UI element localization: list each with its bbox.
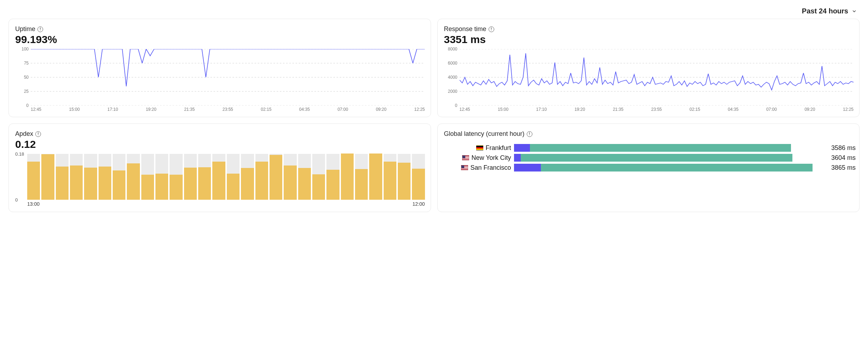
apdex-bar (155, 174, 168, 200)
apdex-bar-col (369, 154, 382, 200)
apdex-bar (27, 162, 40, 200)
latency-title: Global latency (current hour) (444, 130, 525, 138)
apdex-bar (70, 166, 83, 200)
apdex-x-left: 13:00 (27, 201, 40, 207)
x-tick-label: 07:00 (766, 107, 777, 112)
apdex-y-bottom: 0 (15, 197, 18, 203)
x-tick-label: 19:20 (146, 107, 157, 112)
apdex-bar (255, 162, 268, 200)
response-title: Response time (444, 25, 486, 33)
apdex-bar-col (398, 154, 411, 200)
apdex-bar (212, 162, 225, 200)
apdex-bar (227, 174, 240, 200)
x-tick-label: 12:25 (843, 107, 854, 112)
apdex-bar (56, 167, 69, 200)
x-tick-label: 07:00 (337, 107, 348, 112)
apdex-bar-col (270, 154, 282, 200)
latency-value: 3604 ms (826, 154, 856, 162)
apdex-bar (84, 168, 97, 200)
y-tick-label: 8000 (448, 47, 457, 52)
apdex-bar (270, 155, 282, 200)
apdex-bar (326, 170, 339, 200)
x-tick-label: 04:35 (299, 107, 310, 112)
apdex-bar (312, 174, 325, 200)
latency-row: Frankfurt3586 ms (444, 144, 856, 152)
apdex-bar (184, 168, 197, 200)
apdex-bar-col (241, 154, 254, 200)
apdex-bar-col (355, 154, 368, 200)
info-icon[interactable] (527, 131, 532, 137)
apdex-chart: 0.18 0 (27, 154, 425, 200)
time-range-label: Past 24 hours (802, 7, 848, 15)
x-tick-label: 12:25 (414, 107, 425, 112)
latency-location: San Francisco (470, 164, 511, 172)
x-tick-label: 02:15 (261, 107, 271, 112)
apdex-bar (113, 170, 125, 200)
x-tick-label: 12:45 (460, 107, 470, 112)
info-icon[interactable] (37, 26, 43, 32)
time-range-select[interactable]: Past 24 hours (802, 7, 857, 15)
info-icon[interactable] (489, 26, 494, 32)
apdex-bar-col (212, 154, 225, 200)
x-tick-label: 04:35 (728, 107, 738, 112)
apdex-bar-col (99, 154, 111, 200)
y-tick-label: 100 (22, 47, 29, 52)
x-tick-label: 17:10 (536, 107, 547, 112)
apdex-bar (141, 175, 154, 200)
apdex-bar (127, 163, 140, 200)
chevron-down-icon (852, 9, 857, 14)
response-chart: 02000400060008000 (444, 49, 856, 106)
flag-icon (476, 145, 483, 150)
apdex-bar-col (255, 154, 268, 200)
apdex-bar (170, 175, 182, 200)
apdex-bar-col (312, 154, 325, 200)
x-tick-label: 09:20 (804, 107, 815, 112)
x-tick-label: 21:35 (613, 107, 624, 112)
apdex-bar (384, 162, 396, 200)
y-tick-label: 50 (24, 75, 29, 80)
apdex-bar-col (84, 154, 97, 200)
response-value: 3351 ms (444, 34, 856, 46)
apdex-card: Apdex 0.12 0.18 0 13:00 12:00 (8, 124, 431, 212)
apdex-bar-col (56, 154, 69, 200)
apdex-value: 0.12 (15, 138, 427, 150)
apdex-bar (99, 167, 111, 200)
apdex-bar (398, 163, 411, 200)
x-tick-label: 21:35 (184, 107, 195, 112)
uptime-value: 99.193% (15, 34, 427, 46)
latency-segment (541, 164, 813, 172)
y-tick-label: 0 (26, 103, 29, 108)
x-tick-label: 02:15 (690, 107, 700, 112)
apdex-bar-col (27, 154, 40, 200)
apdex-bar (284, 166, 296, 200)
apdex-bar (412, 169, 425, 200)
latency-row: New York City3604 ms (444, 154, 856, 162)
latency-bar (514, 154, 823, 162)
x-tick-label: 09:20 (376, 107, 386, 112)
x-tick-label: 23:55 (651, 107, 662, 112)
latency-location: Frankfurt (485, 144, 511, 152)
apdex-bar-col (298, 154, 311, 200)
apdex-bar-col (141, 154, 154, 200)
y-tick-label: 0 (455, 103, 457, 108)
apdex-bar-col (127, 154, 140, 200)
x-tick-label: 12:45 (31, 107, 41, 112)
apdex-bar-col (384, 154, 396, 200)
y-tick-label: 4000 (448, 75, 457, 80)
apdex-bar (198, 167, 211, 200)
y-tick-label: 75 (24, 61, 29, 66)
apdex-x-right: 12:00 (412, 201, 425, 207)
latency-segment (514, 144, 530, 152)
apdex-bar (241, 168, 254, 200)
info-icon[interactable] (35, 131, 41, 137)
apdex-bar-col (341, 154, 354, 200)
apdex-bar (41, 154, 54, 200)
y-tick-label: 25 (24, 89, 29, 94)
response-card: Response time 3351 ms 02000400060008000 … (437, 19, 860, 117)
apdex-bar-col (198, 154, 211, 200)
x-tick-label: 19:20 (574, 107, 585, 112)
apdex-bar-col (184, 154, 197, 200)
x-tick-label: 17:10 (107, 107, 118, 112)
apdex-title: Apdex (15, 130, 33, 138)
latency-segment (514, 164, 541, 172)
